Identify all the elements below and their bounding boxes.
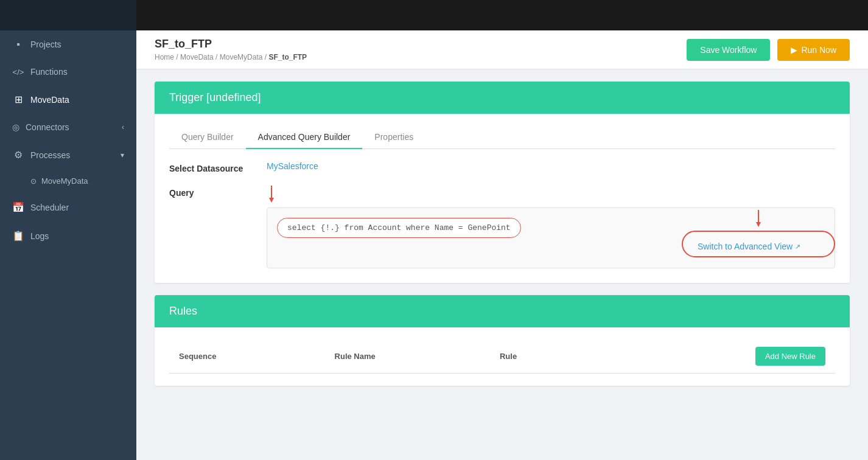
connectors-icon: ◎ — [12, 122, 19, 132]
tab-query-builder[interactable]: Query Builder — [169, 126, 246, 149]
sidebar-item-projects[interactable]: ▪ Projects — [0, 30, 136, 58]
svg-marker-3 — [756, 222, 761, 227]
moveMyData-sub-icon: ⊙ — [30, 177, 37, 186]
trigger-body: Query Builder Advanced Query Builder Pro… — [155, 114, 850, 283]
switch-arrow-icon — [754, 210, 763, 228]
scheduler-icon: 📅 — [12, 201, 24, 213]
page-title: SF_to_FTP — [155, 38, 307, 51]
breadcrumb-current: SF_to_FTP — [268, 53, 307, 61]
sidebar: ▪ Projects </> Functions ⊞ MoveData ◎ Co… — [0, 0, 136, 460]
processes-dropdown-icon: ▾ — [121, 151, 124, 159]
processes-icon: ⚙ — [12, 149, 24, 161]
datasource-value[interactable]: MySalesforce — [267, 161, 318, 171]
tab-properties[interactable]: Properties — [362, 126, 425, 149]
sidebar-top-bar — [0, 0, 136, 30]
external-link-icon: ↗ — [795, 243, 800, 251]
add-new-rule-button[interactable]: Add New Rule — [755, 347, 825, 366]
query-row-wrapper: Query select {!.} f — [169, 186, 835, 271]
breadcrumb-home[interactable]: Home — [155, 53, 174, 61]
breadcrumb: Home / MoveData / MoveMyData / SF_to_FTP — [155, 53, 307, 61]
sidebar-sub-item-moveMyData[interactable]: ⊙ MoveMyData — [0, 169, 136, 193]
datasource-label: Select Datasource — [169, 161, 254, 173]
sidebar-item-movedata[interactable]: ⊞ MoveData — [0, 85, 136, 114]
functions-icon: </> — [12, 68, 24, 77]
run-icon: ▶ — [791, 45, 797, 55]
movedata-icon: ⊞ — [12, 94, 24, 105]
trigger-tabs: Query Builder Advanced Query Builder Pro… — [169, 126, 835, 149]
main-content: SF_to_FTP Home / MoveData / MoveMyData /… — [136, 0, 868, 460]
header: SF_to_FTP Home / MoveData / MoveMyData /… — [136, 30, 868, 69]
rules-section: Rules Sequence Rule Name Rule Add New Ru… — [155, 295, 850, 386]
trigger-section: Trigger [undefined] Query Builder Advanc… — [155, 82, 850, 283]
logs-icon: 📋 — [12, 230, 24, 242]
sidebar-item-scheduler[interactable]: 📅 Scheduler — [0, 193, 136, 221]
datasource-row: Select Datasource MySalesforce — [169, 161, 835, 173]
run-now-button[interactable]: ▶ Run Now — [777, 39, 850, 61]
tab-advanced-query-builder[interactable]: Advanced Query Builder — [246, 126, 363, 149]
sidebar-item-functions[interactable]: </> Functions — [0, 58, 136, 85]
rules-table: Sequence Rule Name Rule Add New Rule — [169, 340, 835, 374]
sidebar-item-connectors[interactable]: ◎ Connectors ‹ — [0, 114, 136, 141]
switch-advanced-view-link[interactable]: Switch to Advanced View ↗ — [698, 242, 819, 251]
save-workflow-button[interactable]: Save Workflow — [687, 39, 770, 61]
top-bar — [136, 0, 868, 30]
breadcrumb-movedata[interactable]: MoveData — [180, 53, 214, 61]
col-rule: Rule — [490, 340, 590, 374]
rules-header: Rules — [155, 295, 850, 327]
breadcrumb-movemydata[interactable]: MoveMyData — [220, 53, 263, 61]
header-right: Save Workflow ▶ Run Now — [687, 39, 850, 61]
connectors-arrow-icon: ‹ — [122, 123, 124, 131]
header-left: SF_to_FTP Home / MoveData / MoveMyData /… — [155, 38, 307, 61]
sidebar-item-processes[interactable]: ⚙ Processes ▾ — [0, 141, 136, 169]
svg-marker-1 — [269, 198, 274, 203]
arrow-down-icon — [267, 186, 276, 204]
query-label: Query — [169, 186, 254, 198]
projects-icon: ▪ — [12, 39, 24, 50]
sidebar-item-logs[interactable]: 📋 Logs — [0, 221, 136, 250]
trigger-header: Trigger [undefined] — [155, 82, 850, 114]
switch-area: Switch to Advanced View ↗ — [682, 210, 835, 257]
col-sequence: Sequence — [169, 340, 325, 374]
switch-ellipse: Switch to Advanced View ↗ — [682, 231, 835, 257]
query-text: select {!.} from Account where Name = Ge… — [277, 218, 521, 238]
content-area: Trigger [undefined] Query Builder Advanc… — [136, 69, 868, 460]
col-rule-name: Rule Name — [325, 340, 490, 374]
rules-body: Sequence Rule Name Rule Add New Rule — [155, 327, 850, 386]
